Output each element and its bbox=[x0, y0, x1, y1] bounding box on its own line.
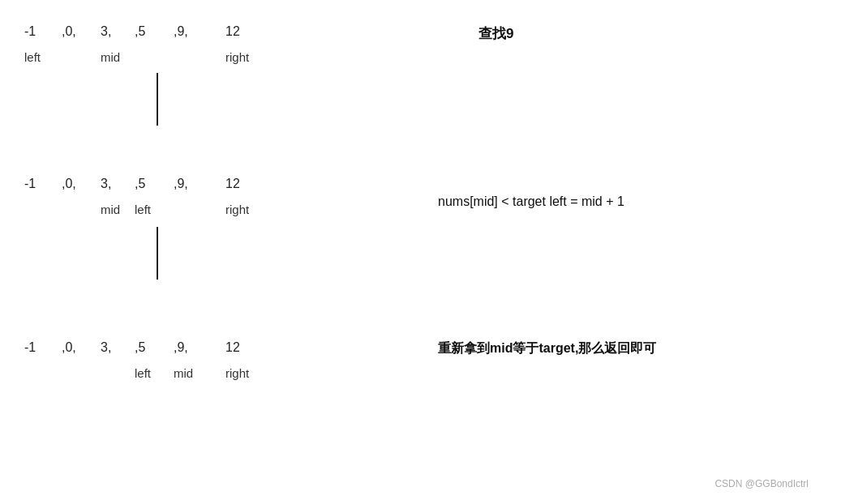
s3-n5: ,9, bbox=[174, 340, 212, 355]
s1-n1: -1 bbox=[24, 24, 55, 39]
s1-n5: ,9, bbox=[174, 24, 212, 39]
section2-numbers: -1 ,0, 3, ,5 ,9, 12 bbox=[24, 177, 274, 191]
s3-l4: left bbox=[135, 366, 174, 380]
section3-annotation: 重新拿到mid等于target,那么返回即可 bbox=[438, 340, 656, 357]
s2-n3: 3, bbox=[101, 177, 135, 191]
s3-n6: 12 bbox=[225, 340, 274, 355]
s2-n2: ,0, bbox=[62, 177, 101, 191]
s3-n2: ,0, bbox=[62, 340, 101, 355]
s3-l6: right bbox=[225, 366, 274, 380]
s1-n2: ,0, bbox=[62, 24, 101, 39]
section1-vertical-line bbox=[157, 73, 158, 126]
s1-l6: right bbox=[225, 50, 274, 64]
s3-l5: mid bbox=[174, 366, 212, 380]
s1-n4: ,5 bbox=[135, 24, 174, 39]
s2-l4: left bbox=[135, 203, 174, 216]
s1-n3: 3, bbox=[101, 24, 135, 39]
s2-n6: 12 bbox=[225, 177, 274, 191]
s2-l6: right bbox=[225, 203, 274, 216]
s3-n3: 3, bbox=[101, 340, 135, 355]
s1-l3: mid bbox=[101, 50, 135, 64]
main-container: -1 ,0, 3, ,5 ,9, 12 left mid right 查找9 -… bbox=[0, 0, 841, 504]
s1-l1: left bbox=[24, 50, 55, 64]
section1-annotation: 查找9 bbox=[478, 24, 513, 43]
s3-n4: ,5 bbox=[135, 340, 174, 355]
section3-numbers: -1 ,0, 3, ,5 ,9, 12 bbox=[24, 340, 274, 355]
section2-annotation: nums[mid] < target left = mid + 1 bbox=[438, 194, 624, 209]
section2-labels: mid left right bbox=[24, 203, 274, 216]
section1-numbers: -1 ,0, 3, ,5 ,9, 12 bbox=[24, 24, 274, 39]
s2-n1: -1 bbox=[24, 177, 55, 191]
s2-n5: ,9, bbox=[174, 177, 212, 191]
section2-vertical-line bbox=[157, 227, 158, 280]
s2-n4: ,5 bbox=[135, 177, 174, 191]
s3-n1: -1 bbox=[24, 340, 55, 355]
s2-l3: mid bbox=[101, 203, 135, 216]
s1-n6: 12 bbox=[225, 24, 274, 39]
watermark: CSDN @GGBondIctrl bbox=[714, 478, 809, 489]
section3-labels: left mid right bbox=[24, 366, 274, 380]
section1-labels: left mid right bbox=[24, 50, 274, 64]
